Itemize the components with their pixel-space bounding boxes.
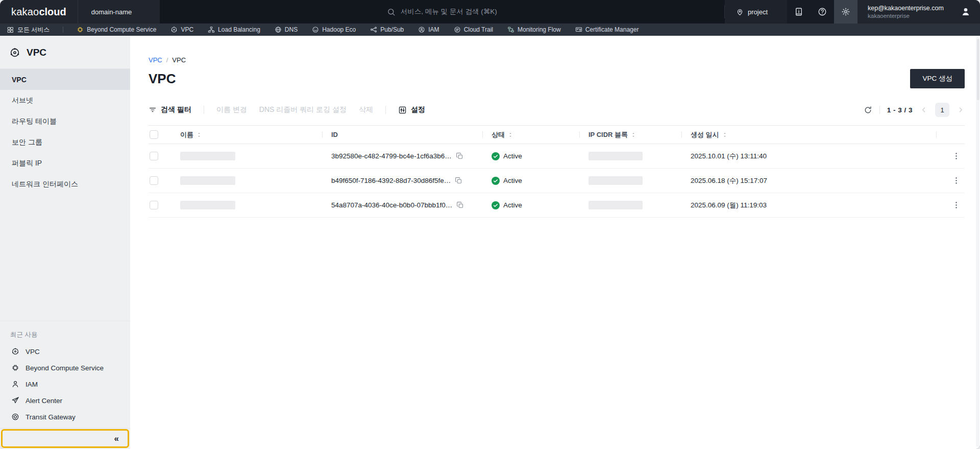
sidebar-menu-item-1[interactable]: VPC [0, 69, 130, 90]
pinned-service-item[interactable]: Monitoring Flow [507, 26, 561, 33]
global-search[interactable]: 서비스, 메뉴 및 문서 검색 (⌘K) [160, 0, 724, 23]
row-checkbox[interactable] [150, 201, 158, 209]
recent-item[interactable]: Beyond Compute Service [0, 360, 130, 376]
copy-icon[interactable] [456, 201, 464, 209]
user-email: kep@kakaoenterprise.com [868, 5, 944, 12]
cidr-placeholder [589, 201, 643, 209]
pubsub-icon [370, 26, 377, 33]
recent-item[interactable]: Transit Gateway [0, 409, 130, 425]
lb-icon [208, 26, 215, 33]
pinned-service-item[interactable]: Beyond Compute Service [77, 26, 156, 33]
logo-text-regular: kakao [11, 6, 39, 18]
pinned-service-item[interactable]: VPC [170, 26, 193, 33]
created-cell: 2025.06.09 (월) 11:19:03 [681, 193, 936, 217]
collapse-chevrons-icon: « [114, 434, 119, 444]
project-label: project [748, 8, 768, 16]
service-label: Certificate Manager [585, 26, 639, 33]
help-button[interactable] [811, 0, 834, 23]
trail-icon [454, 26, 461, 33]
recent-item-label: VPC [26, 348, 40, 356]
row-checkbox[interactable] [150, 152, 158, 160]
created-date: 2025.06.18 (수) 15:17:07 [691, 176, 767, 185]
pinned-service-item[interactable]: Pub/Sub [370, 26, 404, 33]
status-check-icon [492, 152, 500, 160]
create-vpc-button[interactable]: VPC 생성 [910, 69, 965, 88]
recent-item[interactable]: Alert Center [0, 392, 130, 409]
rename-button[interactable]: 이름 변경 [216, 105, 247, 114]
user-account[interactable]: kep@kakaoenterprise.com kakaoenterprise [857, 0, 980, 23]
actions-cell [936, 193, 965, 217]
main-content: VPC / VPC VPC VPC 생성 검색 필터 이름 변경 DNS 리졸버… [130, 36, 980, 449]
sidebar-menu-item-3[interactable]: 라우팅 테이블 [0, 111, 130, 132]
recent-item[interactable]: IAM [0, 376, 130, 392]
settings-button[interactable] [834, 0, 857, 23]
vpc-service-icon [9, 47, 20, 58]
sidebar-menu-item-6[interactable]: 네트워크 인터페이스 [0, 174, 130, 195]
page-number-button[interactable]: 1 [935, 103, 949, 117]
column-header-created[interactable]: 생성 일시 [681, 126, 936, 144]
select-all-checkbox[interactable] [150, 130, 158, 139]
row-select-cell [149, 144, 171, 168]
domain-tab[interactable]: domain-name [78, 0, 160, 23]
delete-button[interactable]: 삭제 [359, 105, 373, 114]
pinned-service-item[interactable]: Cloud Trail [454, 26, 493, 33]
docs-button[interactable] [787, 0, 811, 23]
refresh-button[interactable] [864, 106, 872, 114]
avatar-icon[interactable] [961, 7, 971, 17]
user-org: kakaoenterprise [868, 13, 944, 19]
cidr-cell [579, 144, 681, 168]
name-placeholder [180, 201, 235, 209]
recent-section: 최근 사용 VPC Beyond Compute Service IAM Ale… [0, 321, 130, 428]
pinned-service-item[interactable]: Load Balancing [208, 26, 260, 33]
service-label: Beyond Compute Service [87, 26, 156, 33]
pinned-service-item[interactable]: DNS [275, 26, 298, 33]
sort-icon [507, 132, 513, 138]
breadcrumb-parent-link[interactable]: VPC [149, 56, 162, 64]
search-filter-button[interactable]: 검색 필터 [149, 105, 191, 114]
sidebar: VPC VPC서브넷라우팅 테이블보안 그룹퍼블릭 IP네트워크 인터페이스 최… [0, 36, 130, 449]
domain-label: domain-name [91, 8, 132, 16]
row-select-cell [149, 193, 171, 217]
sidebar-menu-item-2[interactable]: 서브넷 [0, 90, 130, 111]
pinned-service-item[interactable]: Hadoop Eco [312, 26, 356, 33]
dns-logging-button[interactable]: DNS 리졸버 쿼리 로깅 설정 [259, 105, 347, 114]
chip-icon [77, 26, 84, 33]
kebab-menu-button[interactable] [952, 176, 961, 185]
prev-page-button[interactable] [920, 106, 928, 114]
created-cell: 2025.10.01 (수) 13:11:40 [681, 144, 936, 168]
iam-icon [418, 26, 425, 33]
sidebar-menu-item-4[interactable]: 보안 그룹 [0, 132, 130, 153]
copy-icon[interactable] [456, 152, 463, 160]
recent-item-label: Alert Center [26, 397, 62, 405]
vpc-id: b49f650f-7186-4392-88d7-30d86f5fe… [331, 177, 451, 184]
status-cell: Active [482, 169, 579, 193]
column-header-status[interactable]: 상태 [482, 126, 579, 144]
pinned-service-item[interactable]: Certificate Manager [575, 26, 639, 33]
cidr-placeholder [589, 152, 643, 160]
sidebar-menu-item-5[interactable]: 퍼블릭 IP [0, 153, 130, 174]
kebab-menu-button[interactable] [952, 152, 961, 160]
sidebar-collapse-button[interactable]: « [0, 428, 130, 449]
column-header-name[interactable]: 이름 [171, 126, 322, 144]
chip-icon [11, 364, 19, 372]
table-settings-button[interactable]: 설정 [398, 105, 425, 114]
pinned-service-item[interactable]: IAM [418, 26, 439, 33]
column-label-status: 상태 [492, 130, 505, 139]
recent-item[interactable]: VPC [0, 343, 130, 360]
table-toolbar: 검색 필터 이름 변경 DNS 리졸버 쿼리 로깅 설정 삭제 설정 1 - 3 [149, 103, 965, 117]
scrollbar-thumb[interactable] [977, 39, 979, 100]
actions-cell [936, 169, 965, 193]
vpc-icon [11, 347, 19, 356]
id-cell: 54a8707a-4036-40ce-b0b0-07bbb1f0… [322, 193, 482, 217]
service-label: IAM [428, 26, 439, 33]
pinned-services: Beyond Compute Service VPC Load Balancin… [77, 26, 639, 33]
project-selector[interactable]: project [725, 0, 787, 23]
kebab-menu-button[interactable] [952, 201, 961, 209]
row-checkbox[interactable] [150, 176, 158, 185]
column-header-cidr[interactable]: IP CIDR 블록 [579, 126, 681, 144]
name-placeholder [180, 176, 235, 185]
status-cell: Active [482, 144, 579, 168]
all-services-button[interactable]: 모든 서비스 [7, 26, 50, 34]
copy-icon[interactable] [455, 177, 462, 184]
next-page-button[interactable] [957, 106, 965, 114]
